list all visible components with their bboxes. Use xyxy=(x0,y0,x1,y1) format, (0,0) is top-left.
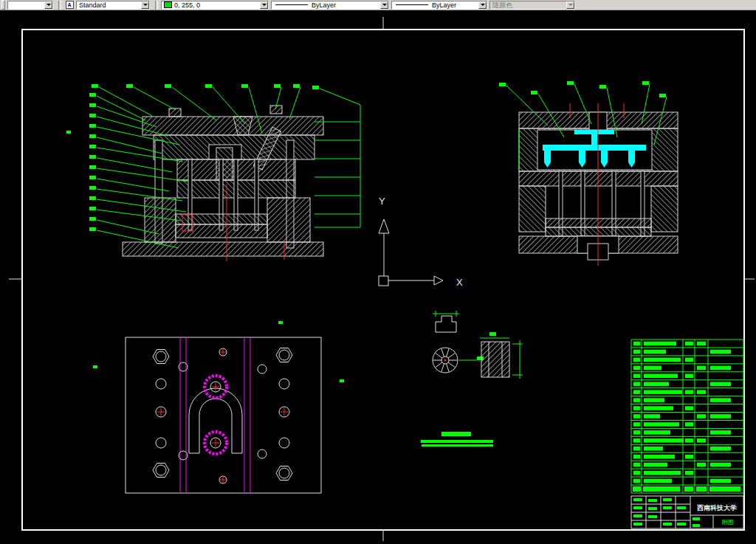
style-combo-arrow-button[interactable] xyxy=(141,1,149,9)
title-block: 西南科技大学 附图 xyxy=(631,496,743,528)
section-detail xyxy=(481,342,509,377)
detail-views xyxy=(433,311,523,379)
ucs-x-label: X xyxy=(456,277,463,288)
plan-view xyxy=(126,337,321,493)
color-combo[interactable]: 0, 255, 0 xyxy=(161,1,269,10)
linetype-combo-value: ByLayer xyxy=(312,1,380,9)
chevron-down-icon xyxy=(47,4,51,6)
chevron-down-icon xyxy=(481,4,485,6)
chevron-down-icon xyxy=(568,4,573,6)
linetype-combo[interactable]: ByLayer xyxy=(271,1,389,10)
note-text-bars xyxy=(421,432,493,447)
layer-combo[interactable] xyxy=(7,1,53,10)
chevron-down-icon xyxy=(262,4,267,6)
text-style-manager-icon[interactable]: A xyxy=(64,1,75,10)
letter-a-icon: A xyxy=(66,1,74,9)
section-view-front xyxy=(123,106,323,261)
linetype-combo-arrow-button[interactable] xyxy=(380,1,388,9)
model-space: Y X xyxy=(0,10,756,544)
layer-combo-arrow-button[interactable] xyxy=(44,1,52,9)
toolbar-grip[interactable] xyxy=(1,0,5,10)
lineweight-combo-arrow-button[interactable] xyxy=(478,1,487,9)
properties-toolbar: A Standard 0, 255, 0 ByLayer ByLayer 随颜色 xyxy=(0,0,756,10)
plotstyle-combo: 随颜色 xyxy=(489,1,575,10)
section-view-side xyxy=(519,103,678,266)
drawing-frame xyxy=(9,17,755,541)
ucs-icon: Y X xyxy=(379,196,463,288)
style-combo[interactable]: Standard xyxy=(76,1,150,10)
cad-window: A Standard 0, 255, 0 ByLayer ByLayer 随颜色 xyxy=(0,0,756,544)
linetype-sample-icon xyxy=(275,4,308,5)
lineweight-combo[interactable]: ByLayer xyxy=(391,1,487,10)
color-combo-arrow-button[interactable] xyxy=(260,1,268,9)
plotstyle-combo-value: 随颜色 xyxy=(492,1,566,9)
drawing-area[interactable]: Y X xyxy=(0,10,756,544)
drawing-label: 附图 xyxy=(722,519,734,526)
lineweight-sample-icon xyxy=(396,4,428,5)
bom-table xyxy=(631,340,743,493)
plotstyle-combo-arrow-button xyxy=(566,1,574,9)
chevron-down-icon xyxy=(143,4,148,6)
toolbar-separator xyxy=(155,1,158,10)
style-combo-value: Standard xyxy=(79,1,141,9)
color-combo-value: 0, 255, 0 xyxy=(174,1,260,9)
lineweight-combo-value: ByLayer xyxy=(432,1,478,9)
ucs-y-label: Y xyxy=(379,196,385,207)
bolt-holes xyxy=(153,348,292,484)
color-swatch xyxy=(164,1,172,8)
school-name: 西南科技大学 xyxy=(696,504,737,512)
chevron-down-icon xyxy=(382,4,387,6)
toolbar-separator xyxy=(58,1,61,10)
